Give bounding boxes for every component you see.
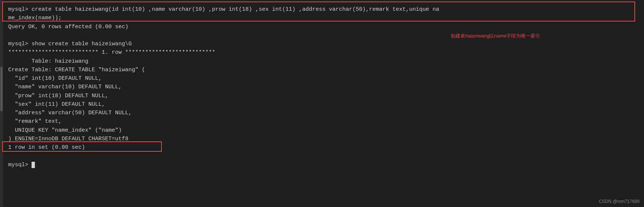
terminal-line-7: Table: haizeiwang <box>8 57 640 66</box>
watermark: CSDN @nnn717689 <box>599 199 640 204</box>
terminal-line-13: "address" varchar(50) DEFAULT NULL, <box>8 109 640 117</box>
terminal-line-17: 1 row in set (0.00 sec) <box>8 143 640 152</box>
scrollbar[interactable] <box>0 0 3 207</box>
terminal-line-6: *************************** 1. row *****… <box>8 48 640 57</box>
annotation-text: 创建表haizeiwang以name字段为唯一索引 <box>451 33 540 39</box>
terminal-line-5: mysql> show create table haizeiwang\G <box>8 40 640 48</box>
terminal-line-4 <box>8 31 640 40</box>
terminal-line-3: Query OK, 0 rows affected (0.00 sec) <box>8 23 640 31</box>
terminal-line-14: "remark" text, <box>8 117 640 126</box>
terminal-line-2: me_index(name)); <box>8 14 640 22</box>
terminal-window: 创建表haizeiwang以name字段为唯一索引 mysql> create … <box>0 0 644 207</box>
terminal-line-12: "sex" int(11) DEFAULT NULL, <box>8 100 640 109</box>
terminal-line-18 <box>8 152 640 160</box>
terminal-line-8: Create Table: CREATE TABLE "haizeiwang" … <box>8 66 640 74</box>
scrollbar-thumb[interactable] <box>0 67 3 111</box>
terminal-line-10: "name" varchar(10) DEFAULT NULL, <box>8 83 640 91</box>
terminal-line-9: "id" int(10) DEFAULT NULL, <box>8 74 640 83</box>
terminal-line-11: "prow" int(18) DEFAULT NULL, <box>8 92 640 100</box>
terminal-line-16: ) ENGINE=InnoDB DEFAULT CHARSET=utf8 <box>8 135 640 143</box>
terminal-prompt: mysql> <box>8 161 640 169</box>
terminal-line-15: UNIQUE KEY "name_index" ("name") <box>8 126 640 135</box>
terminal-line-1: mysql> create table haizeiwang(id int(10… <box>8 5 640 14</box>
